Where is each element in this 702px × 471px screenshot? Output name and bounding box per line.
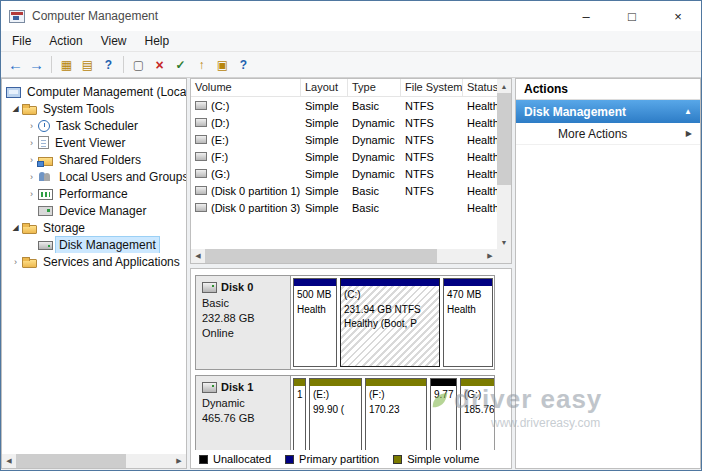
tree-item-system-tools[interactable]: ◢ System Tools	[2, 100, 186, 117]
chevron-collapsed-icon[interactable]: ›	[25, 189, 38, 199]
collapse-icon[interactable]: ▲	[684, 107, 692, 116]
chevron-expanded-icon[interactable]: ◢	[9, 104, 22, 113]
volume-type: Basic	[348, 100, 401, 112]
scroll-up-icon[interactable]: ▲	[497, 79, 511, 93]
menu-view[interactable]: View	[92, 31, 136, 51]
new-window-icon[interactable]: ▣	[212, 54, 233, 75]
volume-row-g[interactable]: (G:) Simple Dynamic NTFS Healthy	[191, 165, 511, 182]
tree-hscrollbar[interactable]: ◀ ▶	[2, 454, 186, 468]
column-header-file-system[interactable]: File System	[401, 79, 463, 96]
partition-system-reserved[interactable]: 500 MB Health	[293, 278, 337, 367]
forward-icon[interactable]: →	[26, 54, 47, 75]
partition-size: 185.76 (	[464, 403, 494, 418]
tree-item-label: Storage	[40, 220, 88, 236]
partition-status: Health	[447, 303, 489, 318]
tree-item-task-scheduler[interactable]: › Task Scheduler	[2, 117, 186, 134]
partition-recovery[interactable]: 470 MB Health	[443, 278, 493, 367]
volume-row-d[interactable]: (D:) Simple Dynamic NTFS Healthy	[191, 114, 511, 131]
back-icon[interactable]: ←	[5, 54, 26, 75]
menu-file[interactable]: File	[3, 31, 40, 51]
help-secondary-icon[interactable]: ?	[233, 54, 254, 75]
volume-list-vscrollbar[interactable]: ▲ ▼	[497, 79, 511, 249]
volume-icon	[195, 169, 207, 178]
volume-row-partition-1[interactable]: (Disk 0 partition 1) Simple Basic NTFS H…	[191, 182, 511, 199]
actions-pane: Actions Disk Management ▲ More Actions ▶	[515, 78, 701, 469]
disk-graphic-pane: Disk 0 Basic 232.88 GB Online 500 MB Hea…	[190, 268, 512, 469]
tree-item-computer-management[interactable]: Computer Management (Local	[2, 83, 186, 100]
show-console-tree-icon[interactable]: ▦	[56, 54, 77, 75]
chevron-expanded-icon[interactable]: ◢	[9, 223, 22, 232]
delete-icon[interactable]: ×	[149, 54, 170, 75]
scroll-right-icon[interactable]: ▶	[483, 249, 497, 263]
export-list-icon[interactable]: ▤	[77, 54, 98, 75]
help-icon[interactable]: ?	[98, 54, 119, 75]
close-button[interactable]: ×	[655, 1, 701, 31]
legend-label: Primary partition	[299, 453, 379, 465]
scrollbar-thumb[interactable]	[497, 93, 511, 185]
chevron-collapsed-icon[interactable]: ›	[9, 257, 22, 267]
partition-label: (C:)	[344, 288, 436, 303]
volume-row-partition-3[interactable]: (Disk 0 partition 3) Simple Basic Health…	[191, 199, 511, 216]
minimize-button[interactable]: –	[563, 1, 609, 31]
simple-volume-strip	[310, 379, 361, 386]
folder-up-icon[interactable]: ↑	[191, 54, 212, 75]
volume-row-e[interactable]: (E:) Simple Dynamic NTFS Healthy	[191, 131, 511, 148]
chevron-collapsed-icon[interactable]: ›	[25, 121, 38, 131]
disk-type: Dynamic	[202, 397, 284, 409]
volume-icon	[195, 118, 207, 127]
tree-item-event-viewer[interactable]: › Event Viewer	[2, 134, 186, 151]
disk-size: 232.88 GB	[202, 312, 284, 324]
tree-item-performance[interactable]: › Performance	[2, 185, 186, 202]
volume-type: Basic	[348, 185, 401, 197]
chevron-collapsed-icon[interactable]: ›	[25, 172, 38, 182]
disk-name: Disk 0	[221, 281, 253, 293]
console-tree: Computer Management (Local ◢ System Tool…	[1, 78, 187, 469]
volume-layout: Simple	[301, 151, 348, 163]
tree-item-device-manager[interactable]: Device Manager	[2, 202, 186, 219]
volume-icon	[195, 186, 207, 195]
tree-item-shared-folders[interactable]: › Shared Folders	[2, 151, 186, 168]
volume-row-f[interactable]: (F:) Simple Dynamic NTFS Healthy	[191, 148, 511, 165]
column-header-volume[interactable]: Volume	[191, 79, 301, 96]
volume-list-hscrollbar[interactable]: ◀ ▶	[191, 249, 497, 263]
shared-folder-icon	[38, 157, 53, 166]
tree-item-local-users-groups[interactable]: › Local Users and Groups	[2, 168, 186, 185]
folder-icon	[22, 106, 37, 115]
scroll-left-icon[interactable]: ◀	[2, 454, 16, 468]
partition-status: Health	[297, 303, 333, 318]
maximize-button[interactable]: □	[609, 1, 655, 31]
simple-volume-strip	[294, 379, 305, 386]
column-header-layout[interactable]: Layout	[301, 79, 348, 96]
properties-icon[interactable]: ✓	[170, 54, 191, 75]
scroll-down-icon[interactable]: ▼	[497, 235, 511, 249]
scrollbar-thumb[interactable]	[16, 454, 126, 468]
computer-management-window: Computer Management – □ × File Action Vi…	[0, 0, 702, 471]
partition-label: 470 MB	[447, 288, 489, 303]
main-area: Computer Management (Local ◢ System Tool…	[1, 78, 701, 469]
menu-help[interactable]: Help	[136, 31, 179, 51]
volume-layout: Simple	[301, 168, 348, 180]
toolbar: ← → ▦ ▤ ? ▢ × ✓ ↑ ▣ ?	[1, 52, 701, 78]
chevron-collapsed-icon[interactable]: ›	[25, 138, 38, 148]
partition-c-selected[interactable]: (C:) 231.94 GB NTFS Healthy (Boot, P	[340, 278, 440, 367]
menu-action[interactable]: Action	[40, 31, 91, 51]
scrollbar-thumb[interactable]	[205, 249, 437, 263]
tree-item-storage[interactable]: ◢ Storage	[2, 219, 186, 236]
more-actions-item[interactable]: More Actions ▶	[516, 123, 700, 145]
scroll-right-icon[interactable]: ▶	[172, 454, 186, 468]
legend-unallocated: Unallocated	[199, 453, 271, 465]
tree-item-disk-management[interactable]: Disk Management	[2, 236, 186, 253]
tree-item-label: Services and Applications	[40, 254, 183, 270]
tree-item-services-applications[interactable]: › Services and Applications	[2, 253, 186, 270]
legend-label: Unallocated	[213, 453, 271, 465]
legend-primary-partition: Primary partition	[285, 453, 379, 465]
console-window-icon[interactable]: ▢	[128, 54, 149, 75]
tree-item-label: Shared Folders	[56, 152, 144, 168]
simple-volume-strip	[461, 379, 494, 386]
disk-0-info[interactable]: Disk 0 Basic 232.88 GB Online	[196, 276, 291, 369]
scroll-left-icon[interactable]: ◀	[191, 249, 205, 263]
action-group-disk-management[interactable]: Disk Management ▲	[516, 100, 700, 123]
column-header-type[interactable]: Type	[348, 79, 401, 96]
volume-icon	[195, 135, 207, 144]
volume-row-c[interactable]: (C:) Simple Basic NTFS Healthy	[191, 97, 511, 114]
